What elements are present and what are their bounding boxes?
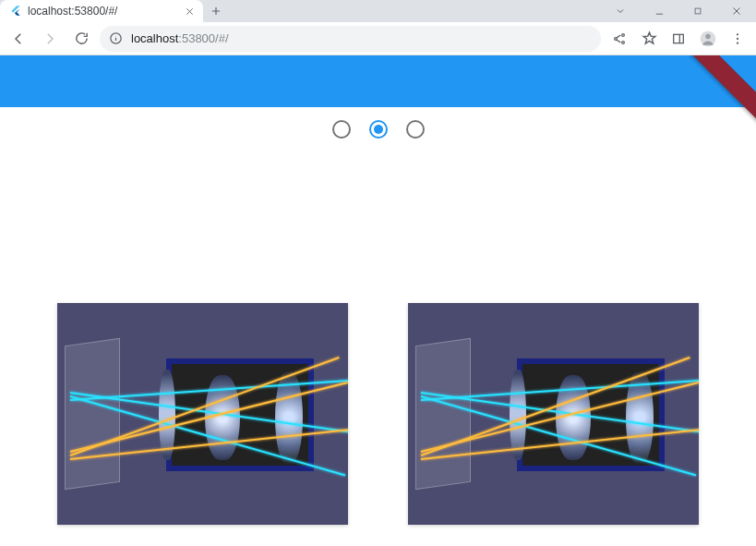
flutter-app-root: [0, 55, 756, 546]
side-panel-icon[interactable]: [666, 26, 691, 52]
svg-point-7: [705, 33, 710, 38]
image-gallery: [0, 146, 756, 525]
url-rest: :53800/#/: [178, 31, 228, 45]
gallery-thumbnail[interactable]: [57, 303, 348, 525]
site-info-icon[interactable]: [109, 31, 124, 46]
appbar: [0, 55, 756, 107]
browser-toolbar: localhost:53800/#/: [0, 22, 756, 55]
browser-tab-active[interactable]: localhost:53800/#/: [0, 0, 203, 22]
new-tab-button[interactable]: [203, 0, 229, 22]
reload-button[interactable]: [68, 26, 94, 52]
profile-avatar-icon[interactable]: [695, 26, 721, 52]
chevron-down-icon[interactable]: [601, 0, 640, 22]
close-window-icon[interactable]: [717, 0, 756, 22]
radio-option-2[interactable]: [369, 120, 388, 139]
flutter-favicon-icon: [9, 5, 22, 18]
radio-option-3[interactable]: [406, 120, 425, 139]
svg-point-10: [737, 42, 738, 43]
optical-lens-illustration-icon: [57, 303, 348, 525]
window-controls: [601, 0, 756, 22]
minimize-icon[interactable]: [640, 0, 678, 22]
close-tab-icon[interactable]: [183, 5, 196, 18]
url-text: localhost:53800/#/: [131, 31, 592, 45]
svg-point-8: [737, 33, 738, 35]
radio-group: [0, 107, 756, 146]
gallery-thumbnail[interactable]: [408, 303, 699, 525]
back-button[interactable]: [6, 26, 31, 52]
url-host: localhost: [131, 31, 178, 45]
svg-rect-4: [674, 34, 684, 42]
address-bar[interactable]: localhost:53800/#/: [100, 26, 601, 52]
browser-tabstrip: localhost:53800/#/: [0, 0, 756, 22]
radio-option-1[interactable]: [332, 120, 351, 139]
forward-button[interactable]: [37, 26, 63, 52]
svg-point-9: [737, 37, 738, 39]
bookmark-icon[interactable]: [636, 26, 662, 52]
svg-rect-0: [695, 8, 701, 14]
optical-lens-illustration-icon: [408, 303, 699, 525]
tab-title: localhost:53800/#/: [28, 5, 177, 18]
maximize-icon[interactable]: [678, 0, 717, 22]
share-icon[interactable]: [606, 26, 632, 52]
kebab-menu-icon[interactable]: [725, 26, 750, 52]
